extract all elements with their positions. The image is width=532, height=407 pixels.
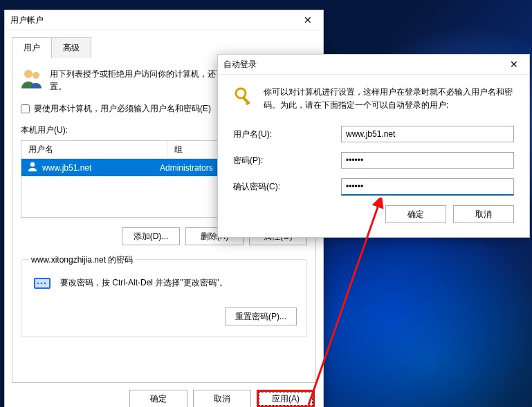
svg-point-6 — [41, 283, 43, 285]
ok-button[interactable]: 确定 — [129, 390, 187, 407]
dialog-titlebar[interactable]: 自动登录 ✕ — [218, 55, 529, 75]
username-label: 用户名(U): — [233, 129, 341, 140]
dialog-cancel-button[interactable]: 取消 — [453, 205, 514, 223]
dialog-intro-text: 你可以对计算机进行设置，这样用户在登录时就不必输入用户名和密码。为此，请在下面指… — [264, 86, 514, 112]
cancel-button[interactable]: 取消 — [193, 390, 251, 407]
close-icon[interactable]: ✕ — [504, 55, 524, 74]
reset-password-button[interactable]: 重置密码(P)... — [225, 307, 297, 325]
confirm-password-input[interactable] — [341, 178, 514, 196]
svg-point-0 — [24, 70, 33, 78]
user-name: www.jb51.net — [42, 163, 91, 173]
password-hint: 要改密码，按 Ctrl-Alt-Del 并选择"更改密码"。 — [60, 277, 228, 289]
apply-button[interactable]: 应用(A) — [257, 390, 315, 407]
confirm-password-label: 确认密码(C): — [233, 181, 341, 193]
column-header-name[interactable]: 用户名 — [21, 141, 167, 158]
keys-icon — [233, 86, 255, 112]
user-icon — [27, 161, 38, 174]
tab-users[interactable]: 用户 — [12, 37, 52, 58]
add-button[interactable]: 添加(D)... — [122, 227, 180, 245]
dialog-title: 自动登录 — [223, 59, 504, 70]
close-icon[interactable]: ✕ — [298, 10, 318, 30]
password-label: 密码(P): — [233, 155, 341, 167]
users-icon — [21, 68, 43, 93]
require-login-checkbox[interactable] — [21, 104, 30, 113]
password-input[interactable] — [341, 152, 514, 169]
dialog-buttons: 确定 取消 应用(A) — [5, 390, 323, 407]
dialog-ok-button[interactable]: 确定 — [385, 205, 446, 223]
window-title: 用户帐户 — [10, 15, 298, 26]
titlebar[interactable]: 用户帐户 ✕ — [5, 10, 323, 30]
password-icon — [31, 271, 53, 295]
username-input[interactable] — [341, 126, 514, 142]
svg-point-2 — [30, 162, 35, 167]
password-group: www.xitongzhijia.net 的密码 要改密码，按 Ctrl-Alt… — [21, 259, 307, 337]
tab-advanced[interactable]: 高级 — [51, 37, 91, 58]
require-login-label: 要使用本计算机，用户必须输入用户名和密码(E) — [34, 103, 211, 115]
password-group-legend: www.xitongzhijia.net 的密码 — [28, 254, 136, 266]
svg-point-5 — [37, 283, 39, 285]
auto-login-dialog: 自动登录 ✕ 你可以对计算机进行设置，这样用户在登录时就不必输入用户名和密码。为… — [217, 54, 530, 238]
svg-point-1 — [33, 72, 39, 79]
svg-point-7 — [44, 283, 46, 285]
